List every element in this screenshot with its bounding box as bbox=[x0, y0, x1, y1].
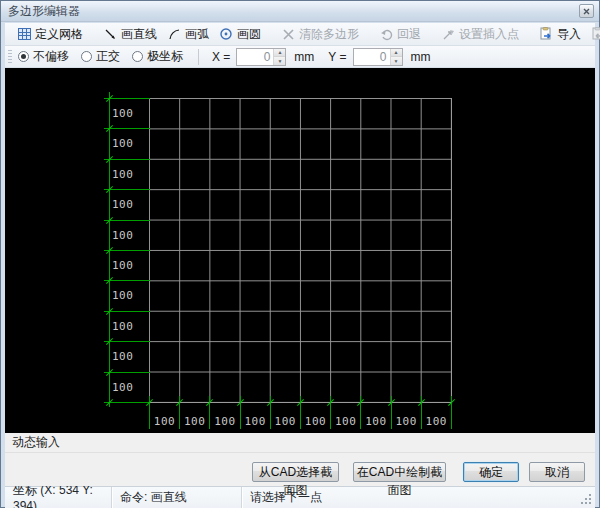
main-toolbar: 定义网格 画直线 画弧 bbox=[5, 23, 595, 46]
y-label: Y = bbox=[328, 50, 346, 64]
radio-ortho[interactable]: 正交 bbox=[81, 48, 120, 65]
dimension-label: 100 bbox=[240, 415, 271, 428]
spin-down-icon: ▼ bbox=[274, 56, 285, 65]
dimension-extension-line bbox=[104, 98, 150, 99]
x-spinner[interactable]: ▲▼ bbox=[273, 49, 285, 65]
radio-no-offset[interactable]: 不偏移 bbox=[18, 48, 69, 65]
y-value: 0 bbox=[354, 49, 390, 65]
dimension-label: 100 bbox=[391, 415, 422, 428]
dimension-label: 100 bbox=[179, 415, 210, 428]
dimension-label: 100 bbox=[209, 415, 240, 428]
arc-icon bbox=[167, 27, 181, 41]
draw-line-button[interactable]: 画直线 bbox=[100, 24, 160, 45]
toolbar-grip[interactable] bbox=[8, 50, 12, 64]
dimension-label: 100 bbox=[112, 137, 133, 150]
status-coordinates: 坐标 (X: 534 Y: 394) bbox=[5, 487, 112, 508]
y-input[interactable]: 0 ▲▼ bbox=[353, 48, 403, 66]
line-icon bbox=[103, 27, 117, 41]
draw-arc-button[interactable]: 画弧 bbox=[164, 24, 212, 45]
draw-in-cad-button[interactable]: 在CAD中绘制截面图 bbox=[353, 462, 446, 482]
dimension-label: 100 bbox=[112, 259, 133, 272]
dimension-label: 100 bbox=[330, 415, 361, 428]
dimension-extension-line bbox=[104, 159, 150, 160]
dimension-label: 100 bbox=[112, 229, 133, 242]
x-value: 0 bbox=[237, 49, 273, 65]
ok-button[interactable]: 确定 bbox=[463, 462, 519, 482]
resize-grip[interactable] bbox=[579, 492, 593, 506]
toolbar-separator bbox=[198, 49, 199, 65]
dimension-extension-line bbox=[104, 341, 150, 342]
dimension-label: 100 bbox=[112, 289, 133, 302]
cancel-button[interactable]: 取消 bbox=[529, 462, 585, 482]
x-input[interactable]: 0 ▲▼ bbox=[236, 48, 286, 66]
status-command: 命令: 画直线 bbox=[112, 487, 242, 508]
export-icon bbox=[591, 27, 600, 41]
undo-button[interactable]: 回退 bbox=[376, 24, 424, 45]
import-icon bbox=[539, 27, 553, 41]
select-from-cad-button[interactable]: 从CAD选择截面图 bbox=[252, 462, 339, 482]
dimension-extension-line bbox=[104, 402, 150, 403]
grid-icon bbox=[17, 27, 31, 41]
dynamic-input-bar: 动态输入 bbox=[5, 433, 595, 453]
x-unit: mm bbox=[294, 50, 314, 64]
dimension-extension-line bbox=[104, 280, 150, 281]
undo-icon bbox=[379, 27, 393, 41]
dimension-label: 100 bbox=[112, 320, 133, 333]
grid-plane bbox=[149, 98, 452, 403]
export-button[interactable]: 导出 bbox=[588, 24, 600, 45]
clear-polygon-button[interactable]: 清除多边形 bbox=[278, 24, 362, 45]
import-button[interactable]: 导入 bbox=[536, 24, 584, 45]
set-insert-point-button[interactable]: 设置插入点 bbox=[438, 24, 522, 45]
spin-up-icon: ▲ bbox=[391, 49, 402, 57]
action-button-row: 从CAD选择截面图 在CAD中绘制截面图 确定 取消 bbox=[5, 453, 595, 486]
dimension-label: 100 bbox=[270, 415, 301, 428]
dimension-extension-line bbox=[104, 128, 150, 129]
draw-circle-button[interactable]: 画圆 bbox=[216, 24, 264, 45]
dimension-label: 100 bbox=[112, 107, 133, 120]
close-button[interactable] bbox=[579, 4, 594, 18]
x-label: X = bbox=[212, 50, 230, 64]
window-frame: 定义网格 画直线 画弧 bbox=[5, 23, 595, 503]
dimension-label: 100 bbox=[149, 415, 180, 428]
options-toolbar: 不偏移 正交 极坐标 X = 0 ▲▼ mm Y = 0 ▲▼ mm bbox=[5, 46, 595, 68]
window-title: 多边形编辑器 bbox=[8, 3, 579, 20]
radio-icon bbox=[81, 51, 92, 62]
dimension-extension-line bbox=[104, 250, 150, 251]
radio-icon bbox=[132, 51, 143, 62]
dimension-label: 100 bbox=[300, 415, 331, 428]
clear-x-icon bbox=[281, 27, 295, 41]
spin-up-icon: ▲ bbox=[274, 49, 285, 57]
dimension-extension-line bbox=[104, 311, 150, 312]
polygon-editor-window: 多边形编辑器 定义网格 画直线 bbox=[0, 0, 600, 508]
radio-polar[interactable]: 极坐标 bbox=[132, 48, 183, 65]
define-grid-button[interactable]: 定义网格 bbox=[14, 24, 86, 45]
dimension-label: 100 bbox=[112, 168, 133, 181]
y-spinner[interactable]: ▲▼ bbox=[390, 49, 402, 65]
dimension-label: 100 bbox=[112, 350, 133, 363]
circle-icon bbox=[219, 27, 233, 41]
dimension-label: 100 bbox=[421, 415, 452, 428]
radio-icon bbox=[18, 51, 29, 62]
spin-down-icon: ▼ bbox=[391, 56, 402, 65]
dimension-label: 100 bbox=[360, 415, 391, 428]
close-icon bbox=[583, 8, 590, 15]
dimension-label: 100 bbox=[112, 198, 133, 211]
insert-point-icon bbox=[441, 27, 455, 41]
y-unit: mm bbox=[411, 50, 431, 64]
title-bar[interactable]: 多边形编辑器 bbox=[1, 1, 599, 22]
dynamic-input-label: 动态输入 bbox=[12, 434, 60, 451]
drawing-canvas[interactable]: 1001001001001001001001001001001001001001… bbox=[5, 68, 595, 433]
dimension-label: 100 bbox=[112, 381, 133, 394]
dimension-extension-line bbox=[104, 189, 150, 190]
